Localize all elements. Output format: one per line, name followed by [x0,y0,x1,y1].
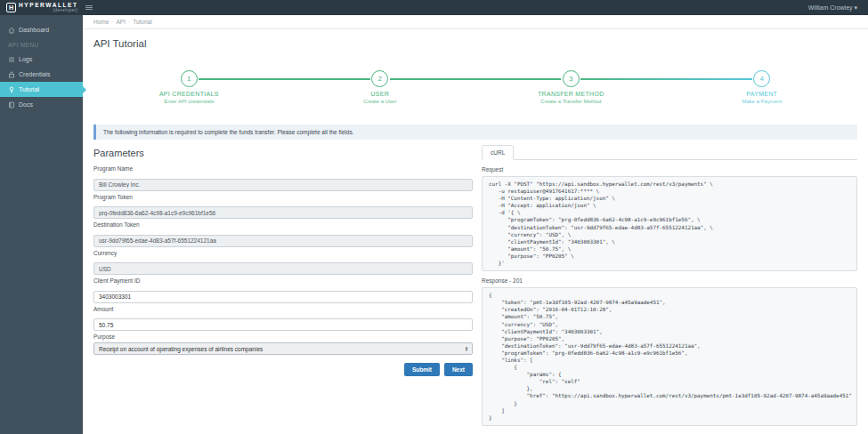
step-subtitle: Create a User [363,99,396,104]
currency-label: Currency [93,250,473,257]
amount-label: Amount [93,306,473,313]
step-api-credentials[interactable]: 1 API CREDENTIALS Enter API credentials [93,70,285,113]
sidebar-item-label: Credentials [19,71,50,77]
currency-input [93,262,473,275]
step-subtitle: Make a Payment [742,99,782,104]
sidebar-item-tutorial[interactable]: Tutorial [0,82,83,97]
user-menu[interactable]: William Crowley ▾ [808,4,857,12]
sidebar-item-label: Logs [19,56,32,62]
main-content: Home·API·Tutorial API Tutorial 1 API CRE… [83,15,868,434]
sidebar-item-logs[interactable]: Logs [0,52,83,67]
step-number-badge: 1 [181,70,198,87]
breadcrumb-home[interactable]: Home [93,19,109,25]
step-title: TRANSFER METHOD [538,91,604,97]
purpose-label: Purpose [93,334,473,341]
sidebar: Dashboard API MENU Logs Credentials Tuto… [0,15,83,434]
progress-stepper: 1 API CREDENTIALS Enter API credentials … [93,70,857,113]
amount-input[interactable] [93,318,473,331]
destination-token-label: Destination Token [93,221,473,229]
client-payment-id-input[interactable] [93,291,473,303]
sidebar-item-dashboard[interactable]: Dashboard [0,22,83,37]
book-icon [8,101,15,108]
code-tabs: cURL [482,145,857,160]
code-panel: cURL Request curl -X "POST" "https://api… [482,145,857,426]
top-bar: H HYPERWALLET [developer] William Crowle… [0,0,868,15]
program-token-label: Program Token [93,194,473,201]
program-token-input [93,206,473,219]
tab-curl[interactable]: cURL [482,145,514,160]
parameters-heading: Parameters [93,148,473,158]
client-payment-id-label: Client Payment ID [93,277,473,285]
list-icon [8,56,15,63]
step-subtitle: Create a Transfer Method [540,99,601,104]
sidebar-item-label: Docs [19,101,33,108]
brand-logo: H HYPERWALLET [developer] [6,3,78,13]
parameters-form: Parameters Program Name Program Token De… [93,145,478,426]
step-number-badge: 4 [753,70,770,87]
breadcrumb-current: Tutorial [133,19,151,25]
step-number-badge: 2 [371,70,388,87]
request-label: Request [482,166,857,173]
response-code-block: { "token": "pmt-1e3df105-92ad-4207-9874-… [482,287,857,426]
info-banner: The following information is required to… [93,125,857,140]
purpose-selected-value: Receipt on account of operating expenses… [99,346,263,352]
step-subtitle: Enter API credentials [164,99,214,104]
program-name-input [93,179,473,191]
submit-button[interactable]: Submit [404,363,440,376]
page-title: API Tutorial [93,38,857,49]
lock-icon [8,71,15,78]
select-stepper-icon: ▲▼ [465,346,468,352]
app-window: H HYPERWALLET [developer] William Crowle… [0,0,868,434]
step-title: API CREDENTIALS [159,91,219,97]
step-title: USER [370,91,389,97]
sidebar-item-docs[interactable]: Docs [0,97,83,112]
breadcrumb-api[interactable]: API [117,19,126,25]
step-payment[interactable]: 4 PAYMENT Make a Payment [667,70,858,113]
step-transfer-method[interactable]: 3 TRANSFER METHOD Create a Transfer Meth… [475,70,667,113]
step-title: PAYMENT [746,91,777,97]
sidebar-section-api-menu: API MENU [0,37,83,52]
sidebar-toggle-icon[interactable] [85,5,93,10]
request-code-block: curl -X "POST" "https://api.sandbox.hype… [482,176,857,271]
next-button[interactable]: Next [444,363,473,376]
home-icon [8,27,15,34]
response-label: Response - 201 [482,277,857,284]
brand-subtitle: [developer] [19,8,78,13]
lightbulb-icon [8,86,15,93]
sidebar-item-credentials[interactable]: Credentials [0,67,83,82]
sidebar-item-label: Dashboard [19,27,49,33]
brand-h-icon: H [6,3,16,12]
breadcrumb: Home·API·Tutorial [83,15,868,29]
program-name-label: Program Name [93,165,473,173]
sidebar-item-label: Tutorial [19,86,39,92]
destination-token-input [93,235,473,247]
step-number-badge: 3 [563,70,580,87]
purpose-select[interactable]: Receipt on account of operating expenses… [93,342,473,355]
step-user[interactable]: 2 USER Create a User [285,70,476,113]
